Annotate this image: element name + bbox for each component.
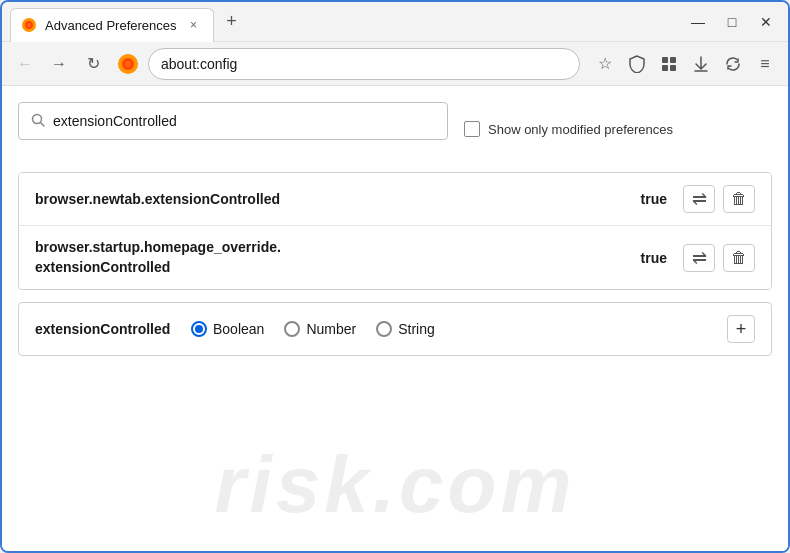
new-tab-button[interactable]: + [218,8,246,36]
tab-title: Advanced Preferences [45,18,177,33]
downloads-button[interactable] [686,49,716,79]
minimize-button[interactable]: — [684,8,712,36]
radio-circle-number [284,321,300,337]
add-pref-name: extensionControlled [35,321,175,337]
back-button[interactable]: ← [10,49,40,79]
radio-boolean[interactable]: Boolean [191,321,264,337]
search-options: Show only modified preferences [464,121,673,137]
watermark: risk.com [214,439,575,531]
close-button[interactable]: ✕ [752,8,780,36]
extension-icon [660,55,678,73]
results-table: browser.newtab.extensionControlled true … [18,172,772,290]
table-row[interactable]: browser.startup.homepage_override. exten… [19,226,771,289]
pref-value: true [641,250,667,266]
svg-rect-7 [670,57,676,63]
title-bar: Advanced Preferences × + — □ ✕ [2,2,788,42]
pref-name-line2: extensionControlled [35,259,170,275]
svg-point-2 [27,23,31,27]
delete-icon: 🗑 [731,249,747,267]
radio-number[interactable]: Number [284,321,356,337]
active-tab[interactable]: Advanced Preferences × [10,8,214,42]
pref-name-line1: browser.startup.homepage_override. [35,239,281,255]
add-pref-row: extensionControlled Boolean Number Strin… [18,302,772,356]
page-content: risk.com extensionControlled Show only m… [2,86,788,551]
radio-label-number: Number [306,321,356,337]
bookmark-button[interactable]: ☆ [590,49,620,79]
search-icon [31,113,45,130]
svg-rect-9 [670,65,676,71]
checkbox-box[interactable] [464,121,480,137]
radio-label-boolean: Boolean [213,321,264,337]
toggle-button[interactable]: ⇌ [683,185,715,213]
radio-string[interactable]: String [376,321,435,337]
row-actions: ⇌ 🗑 [683,185,755,213]
delete-icon: 🗑 [731,190,747,208]
radio-label-string: String [398,321,435,337]
radio-group: Boolean Number String [191,321,435,337]
pref-value: true [641,191,667,207]
shield-icon [628,55,646,73]
row-actions: ⇌ 🗑 [683,244,755,272]
nav-icons: ☆ [590,49,780,79]
browser-window: Advanced Preferences × + — □ ✕ ← → ↻ abo… [0,0,790,553]
pref-name: browser.newtab.extensionControlled [35,191,641,207]
table-row[interactable]: browser.newtab.extensionControlled true … [19,173,771,226]
tab-close-button[interactable]: × [185,16,203,34]
firefox-logo [116,52,140,76]
sync-button[interactable] [718,49,748,79]
extension-button[interactable] [654,49,684,79]
svg-rect-8 [662,65,668,71]
toggle-button[interactable]: ⇌ [683,244,715,272]
menu-button[interactable]: ≡ [750,49,780,79]
show-modified-checkbox[interactable]: Show only modified preferences [464,121,673,137]
transfer-icon: ⇌ [692,247,707,269]
window-controls: — □ ✕ [684,8,780,36]
search-bar[interactable]: extensionControlled [18,102,448,140]
radio-circle-boolean [191,321,207,337]
tab-area: Advanced Preferences × + [10,2,684,41]
svg-line-11 [41,122,45,126]
reload-button[interactable]: ↻ [78,49,108,79]
nav-bar: ← → ↻ about:config ☆ [2,42,788,86]
downloads-icon [692,55,710,73]
tab-favicon [21,17,37,33]
restore-button[interactable]: □ [718,8,746,36]
sync-icon [724,55,742,73]
transfer-icon: ⇌ [692,188,707,210]
address-bar[interactable]: about:config [148,48,580,80]
address-text: about:config [161,56,237,72]
add-pref-button[interactable]: + [727,315,755,343]
show-modified-label: Show only modified preferences [488,122,673,137]
shield-button[interactable] [622,49,652,79]
top-controls: extensionControlled Show only modified p… [18,102,772,156]
pref-name: browser.startup.homepage_override. exten… [35,238,641,277]
radio-circle-string [376,321,392,337]
forward-button[interactable]: → [44,49,74,79]
delete-button[interactable]: 🗑 [723,185,755,213]
svg-rect-6 [662,57,668,63]
delete-button[interactable]: 🗑 [723,244,755,272]
search-value: extensionControlled [53,113,435,129]
svg-point-5 [125,61,131,67]
